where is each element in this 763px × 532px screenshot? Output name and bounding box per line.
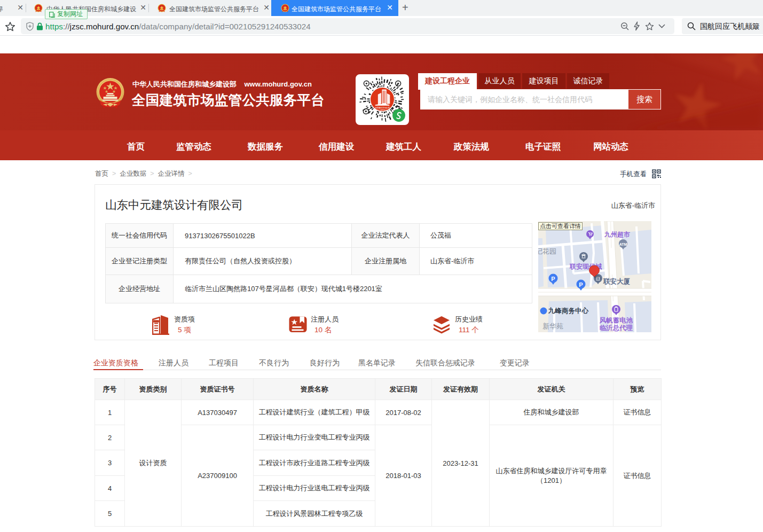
- svg-text:公共服务平台: 公共服务平台: [377, 109, 387, 111]
- svg-text:九峰商务中心: 九峰商务中心: [548, 307, 589, 315]
- svg-text:临沂总代理: 临沂总代理: [600, 324, 633, 332]
- svg-text:风帆蓄电池: 风帆蓄电池: [599, 317, 633, 324]
- svg-text:记花园: 记花园: [538, 247, 556, 255]
- svg-text:联安大厦: 联安大厦: [603, 278, 631, 285]
- svg-text:九州超市: 九州超市: [604, 231, 630, 238]
- svg-text:P: P: [579, 281, 583, 288]
- svg-text:ATM: ATM: [619, 242, 627, 246]
- svg-text:P: P: [551, 276, 555, 282]
- svg-text:新华苑: 新华苑: [542, 322, 563, 330]
